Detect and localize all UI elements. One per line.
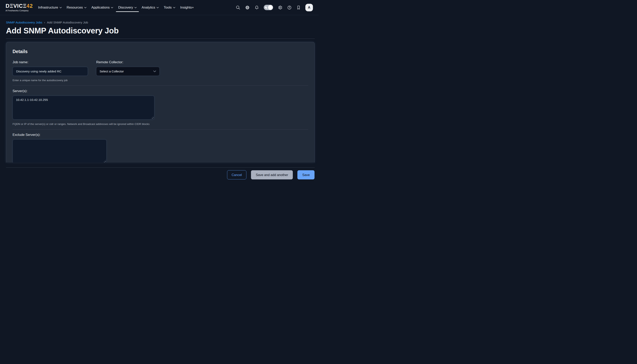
section-divider	[13, 129, 308, 130]
section-divider	[13, 86, 308, 86]
servers-label: Server(s):	[13, 89, 308, 93]
chevron-down-icon	[60, 7, 62, 8]
chevron-down-icon	[84, 7, 86, 8]
header-divider	[6, 38, 315, 39]
footer-divider	[6, 168, 315, 168]
nav-item-applications[interactable]: Applications	[91, 0, 113, 15]
page-title: Add SNMP Autodiscovery Job	[6, 26, 315, 35]
nav-item-tools[interactable]: Tools	[164, 0, 175, 15]
nav-item-insights[interactable]: Insights+	[180, 0, 194, 15]
exclude-servers-textarea[interactable]	[13, 140, 107, 162]
page-content: SNMP Autodiscovery Jobs › Add SNMP Autod…	[0, 15, 318, 162]
nav-item-resources[interactable]: Resources	[67, 0, 86, 15]
action-footer: Cancel Save and add another Save	[0, 168, 318, 182]
save-button[interactable]: Save	[297, 170, 315, 180]
job-name-label: Job name:	[13, 60, 88, 64]
device42-logo[interactable]: DΞVICΞ42 A Freshworks Company	[6, 4, 33, 12]
bookmark-icon[interactable]	[296, 5, 301, 10]
topbar-icon-group: A	[236, 4, 313, 11]
help-icon[interactable]	[287, 5, 292, 10]
search-icon[interactable]	[236, 5, 241, 10]
exclude-servers-textarea-wrap	[13, 140, 107, 162]
jobname-collector-row: Job name: Enter a unique name for the au…	[13, 60, 308, 82]
nav-item-discovery[interactable]: Discovery	[118, 0, 137, 15]
servers-textarea[interactable]: 10.42.1.1-10.42.10.255	[13, 96, 154, 120]
nav-item-infrastructure[interactable]: Infrastructure	[38, 0, 62, 15]
breadcrumb-separator: ›	[44, 21, 45, 24]
user-avatar[interactable]: A	[305, 4, 313, 11]
servers-help-text: FQDN or IP of the server(s) or cidr or r…	[13, 122, 308, 126]
details-section-title: Details	[13, 49, 308, 54]
globe-icon[interactable]	[245, 5, 250, 10]
chevron-down-icon	[157, 7, 159, 8]
remote-collector-label: Remote Collector:	[96, 60, 159, 64]
job-name-field-group: Job name: Enter a unique name for the au…	[13, 60, 88, 82]
save-and-add-another-button[interactable]: Save and add another	[251, 170, 293, 180]
job-name-input[interactable]	[13, 67, 88, 76]
remote-collector-select[interactable]: Select a Collector	[96, 67, 159, 76]
toggle-knob	[268, 5, 273, 10]
cancel-button[interactable]: Cancel	[227, 170, 246, 180]
remote-collector-field-group: Remote Collector: Select a Collector	[96, 60, 159, 82]
chevron-down-icon	[111, 7, 113, 8]
footer-button-row: Cancel Save and add another Save	[0, 170, 318, 180]
top-navigation-bar: DΞVICΞ42 A Freshworks Company Infrastruc…	[0, 0, 318, 15]
job-name-help-text: Enter a unique name for the autodiscover…	[13, 79, 88, 82]
nav-item-analytics[interactable]: Analytics	[142, 0, 159, 15]
logo-tagline: A Freshworks Company	[6, 10, 33, 12]
details-card: Details Job name: Enter a unique name fo…	[6, 42, 315, 162]
exclude-servers-label: Exclude Server(s):	[13, 133, 308, 137]
remote-collector-selected-value: Select a Collector	[100, 70, 124, 73]
breadcrumb-link-snmp-jobs[interactable]: SNMP Autodiscovery Jobs	[6, 21, 42, 24]
logo-wordmark: DΞVICΞ42	[6, 4, 33, 9]
moon-icon	[265, 6, 268, 9]
breadcrumb-current: Add SNMP Autodiscovery Job	[47, 21, 88, 24]
dark-mode-toggle[interactable]	[264, 5, 273, 10]
chevron-down-icon	[134, 7, 137, 8]
servers-textarea-wrap: 10.42.1.1-10.42.10.255	[13, 96, 154, 120]
breadcrumb: SNMP Autodiscovery Jobs › Add SNMP Autod…	[6, 21, 315, 24]
notifications-bell-icon[interactable]	[254, 5, 259, 10]
settings-gear-icon[interactable]	[278, 5, 282, 10]
chevron-down-icon	[153, 70, 156, 72]
avatar-initial: A	[308, 6, 310, 10]
main-menu: Infrastructure Resources Applications Di…	[38, 0, 194, 15]
chevron-down-icon	[173, 7, 175, 8]
